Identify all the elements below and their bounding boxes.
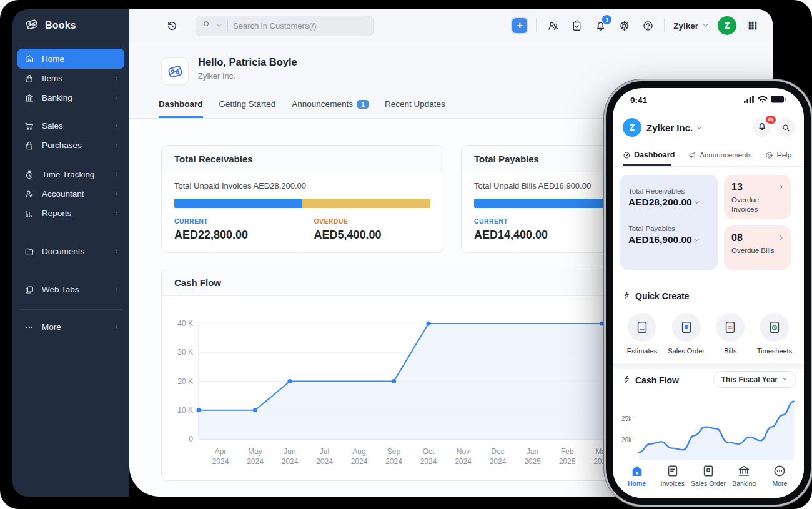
active-tab-underline bbox=[623, 164, 671, 166]
quick-create-sales-order[interactable]: Sales Order bbox=[666, 313, 707, 355]
page-tabs: DashboardGetting StartedAnnouncements1Re… bbox=[159, 99, 445, 118]
data-point-marker[interactable] bbox=[196, 408, 201, 412]
sidebar-item-web-tabs[interactable]: Web Tabs bbox=[17, 280, 124, 299]
company-subtitle: Zylker Inc. bbox=[198, 71, 235, 81]
x-axis-tick-month: Jan bbox=[527, 447, 538, 456]
phone-nav-invoices[interactable]: Invoices bbox=[655, 464, 690, 487]
apps-grid-icon[interactable] bbox=[745, 18, 760, 33]
sidebar-item-reports[interactable]: Reports bbox=[17, 204, 124, 223]
receivables-value[interactable]: AED28,200.00 bbox=[628, 197, 710, 208]
sidebar-item-time-tracking[interactable]: Time Tracking bbox=[17, 165, 124, 184]
sidebar-nav: HomeItemsBankingSalesPurchasesTime Track… bbox=[12, 42, 129, 337]
apps-grid-icon bbox=[747, 20, 758, 31]
search-icon bbox=[202, 20, 211, 31]
y-axis-tick: 0 bbox=[189, 435, 193, 443]
dashboard-gauge-icon bbox=[623, 151, 631, 159]
sidebar-item-sales[interactable]: Sales bbox=[17, 116, 124, 136]
sidebar-item-items[interactable]: Items bbox=[17, 69, 124, 88]
tab-label: Dashboard bbox=[159, 99, 203, 109]
sidebar-item-purchases[interactable]: Purchases bbox=[17, 136, 124, 155]
fiscal-year-filter[interactable]: This Fiscal Year bbox=[713, 371, 797, 388]
search-input[interactable]: Search in Customers(/) bbox=[196, 16, 374, 36]
data-point-marker[interactable] bbox=[392, 379, 396, 383]
phone-org-avatar[interactable]: Z bbox=[623, 118, 641, 137]
wifi-icon bbox=[758, 94, 768, 106]
x-axis-tick-month: Oct bbox=[423, 447, 435, 456]
phone-nav-more[interactable]: More bbox=[762, 464, 798, 487]
quick-create-estimates[interactable]: Estimates bbox=[621, 313, 663, 355]
stopwatch-icon bbox=[24, 170, 34, 180]
phone-tab-announcements[interactable]: Announcements bbox=[688, 151, 751, 159]
tab-dashboard[interactable]: Dashboard bbox=[159, 99, 203, 118]
search-divider bbox=[227, 21, 228, 31]
phone-org-switcher[interactable]: Zylker Inc. bbox=[646, 122, 703, 133]
quick-create-bills[interactable]: Bills bbox=[710, 313, 751, 355]
quick-create-circle bbox=[628, 313, 656, 342]
phone-tab-label: Dashboard bbox=[634, 151, 675, 159]
data-point-marker[interactable] bbox=[600, 321, 604, 325]
phone-tab-help[interactable]: Help bbox=[765, 151, 791, 159]
megaphone-icon bbox=[688, 151, 696, 159]
quick-create-circle bbox=[760, 313, 789, 342]
sidebar-item-accountant[interactable]: Accountant bbox=[17, 184, 124, 204]
org-switcher[interactable]: Zylker bbox=[673, 21, 709, 31]
bank-icon bbox=[737, 464, 751, 478]
tab-recent-updates[interactable]: Recent Updates bbox=[385, 99, 445, 118]
chevron-right-icon bbox=[114, 210, 119, 216]
referrals-icon bbox=[547, 20, 559, 32]
quick-add-button[interactable]: + bbox=[512, 18, 527, 33]
payables-value[interactable]: AED16,900.00 bbox=[628, 234, 710, 245]
overdue-invoices-card[interactable]: 13 Overdue Invoices bbox=[724, 175, 791, 219]
phone-cashflow-chart[interactable]: 25k20k bbox=[614, 398, 803, 460]
phone-tab-label: Announcements bbox=[700, 151, 751, 159]
receivables-label: Total Receivables bbox=[628, 187, 710, 195]
chevron-right-small-icon bbox=[114, 249, 119, 254]
tabs-divider bbox=[613, 166, 804, 167]
overdue-bills-card[interactable]: 08 Overdue Bills bbox=[724, 225, 791, 270]
receivables-summary: Total Unpaid Invoices AED28,200.00 bbox=[174, 181, 430, 190]
overdue-invoices-label: Overdue Invoices bbox=[731, 195, 783, 214]
quick-create-timesheets[interactable]: Timesheets bbox=[754, 313, 795, 355]
chevron-right-icon bbox=[114, 324, 119, 330]
phone-search-icon[interactable] bbox=[776, 118, 795, 137]
data-point-marker[interactable] bbox=[287, 379, 292, 383]
phone-notifications-icon[interactable]: 01 bbox=[753, 118, 771, 137]
search-scope-caret-icon[interactable] bbox=[216, 20, 222, 31]
receivables-bar bbox=[174, 199, 430, 208]
data-point-marker[interactable] bbox=[253, 408, 257, 412]
data-point-marker[interactable] bbox=[426, 321, 430, 325]
sidebar-group: Web Tabs bbox=[17, 280, 124, 299]
chevron-right-small-icon bbox=[114, 324, 119, 330]
user-avatar[interactable]: Z bbox=[718, 16, 736, 35]
tasks-icon[interactable] bbox=[569, 18, 584, 33]
sidebar-item-documents[interactable]: Documents bbox=[17, 242, 124, 261]
purchases-bag-icon bbox=[24, 141, 34, 151]
x-axis-tick-month: May bbox=[248, 447, 262, 456]
history-icon[interactable] bbox=[164, 18, 179, 33]
sidebar-item-home[interactable]: Home bbox=[17, 49, 124, 69]
settings-gear-icon[interactable] bbox=[616, 18, 631, 33]
overdue-bills-label: Overdue Bills bbox=[731, 246, 783, 255]
phone-nav-banking[interactable]: Banking bbox=[726, 464, 762, 487]
phone-tab-dashboard[interactable]: Dashboard bbox=[623, 151, 675, 159]
banking-icon bbox=[24, 93, 34, 103]
tab-announcements[interactable]: Announcements1 bbox=[292, 99, 369, 118]
chevron-right-small-icon bbox=[114, 95, 119, 101]
notifications-icon bbox=[757, 121, 767, 131]
help-icon[interactable] bbox=[640, 18, 655, 33]
chevron-right-icon bbox=[778, 232, 785, 244]
tab-getting-started[interactable]: Getting Started bbox=[219, 99, 276, 118]
referrals-icon[interactable] bbox=[545, 18, 560, 33]
phone-nav-home[interactable]: Home bbox=[619, 464, 655, 487]
y-axis-tick: 40 K bbox=[177, 319, 193, 328]
sidebar-item-label: Banking bbox=[42, 93, 72, 102]
phone-nav-sales-order[interactable]: Sales Order bbox=[690, 464, 726, 487]
chevron-right-icon bbox=[778, 182, 785, 193]
lightning-bolt-icon bbox=[623, 291, 631, 301]
sidebar-item-banking[interactable]: Banking bbox=[17, 88, 124, 107]
books-logo-icon bbox=[25, 17, 39, 31]
tab-count-badge: 1 bbox=[357, 100, 369, 109]
notifications-icon[interactable]: 3 bbox=[593, 18, 608, 33]
sidebar-group: SalesPurchases bbox=[17, 116, 124, 155]
sidebar-item-more[interactable]: More bbox=[17, 317, 124, 337]
